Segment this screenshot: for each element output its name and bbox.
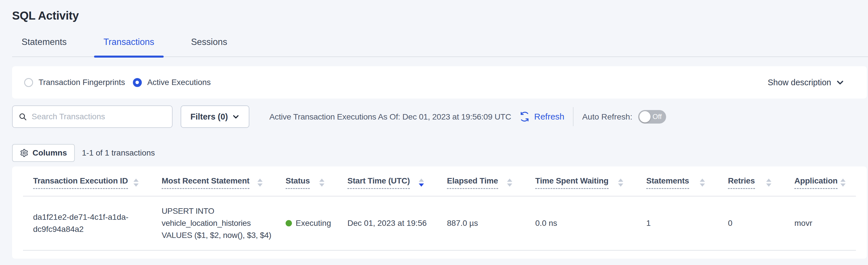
cell-application: movr [784,196,856,250]
filters-button[interactable]: Filters (0) [181,105,249,128]
auto-refresh-toggle[interactable]: Off [638,110,666,124]
sort-desc-icon [419,179,424,187]
radio-unselected-icon [24,78,33,87]
sort-icon [700,179,705,187]
cell-elapsed-time: 887.0 µs [437,196,525,250]
sort-icon [618,179,623,187]
column-header-most-recent-statement[interactable]: Most Recent Statement [152,166,276,196]
tab-bar: Statements Transactions Sessions [12,36,868,57]
sort-icon [840,179,845,187]
radio-active-executions[interactable]: Active Executions [133,78,211,87]
view-mode-card: Transaction Fingerprints Active Executio… [12,66,867,99]
result-count: 1-1 of 1 transactions [82,148,155,158]
show-description-label: Show description [768,78,831,87]
tab-transactions[interactable]: Transactions [94,36,164,56]
sort-icon [507,179,512,187]
radio-selected-icon [133,78,142,87]
gear-icon [20,149,29,157]
toolbar-divider [573,107,574,126]
tab-sessions[interactable]: Sessions [182,36,237,56]
search-input[interactable] [32,112,166,121]
column-header-statements[interactable]: Statements [636,166,718,196]
sort-icon [133,179,138,187]
table-row: da1f21e2-de71-4c1f-a1da-dc9fc94a84a2 UPS… [23,196,856,250]
radio-transaction-fingerprints[interactable]: Transaction Fingerprints [24,78,125,87]
filters-label: Filters (0) [190,112,228,122]
column-header-application[interactable]: Application [784,166,856,196]
cell-transaction-execution-id: da1f21e2-de71-4c1f-a1da-dc9fc94a84a2 [23,196,152,250]
transactions-table: Transaction Execution ID Most Recent Sta… [12,166,867,259]
status-executing-icon [286,220,292,227]
toolbar: Filters (0) Active Transaction Execution… [12,105,868,128]
columns-button[interactable]: Columns [12,144,75,162]
columns-label: Columns [32,148,67,158]
table-header-row: Transaction Execution ID Most Recent Sta… [23,166,856,196]
table-controls: Columns 1-1 of 1 transactions [12,144,868,162]
refresh-button[interactable]: Refresh [519,111,564,123]
column-header-status[interactable]: Status [276,166,337,196]
sort-icon [766,179,771,187]
sql-activity-page: SQL Activity Statements Transactions Ses… [0,9,868,265]
cell-retries: 0 [718,196,784,250]
cell-time-spent-waiting: 0.0 ns [525,196,636,250]
cell-status: Executing [276,196,337,250]
search-box [12,105,173,128]
cell-start-time: Dec 01, 2023 at 19:56 [337,196,437,250]
column-header-time-spent-waiting[interactable]: Time Spent Waiting [525,166,636,196]
cell-statements: 1 [636,196,718,250]
column-header-start-time[interactable]: Start Time (UTC) [337,166,437,196]
toggle-state-label: Off [653,113,662,121]
chevron-down-icon [836,78,844,87]
as-of-timestamp: Active Transaction Executions As Of: Dec… [270,112,512,122]
auto-refresh-label: Auto Refresh: [582,112,632,122]
chevron-down-icon [232,113,240,121]
column-header-elapsed-time[interactable]: Elapsed Time [437,166,525,196]
show-description-toggle[interactable]: Show description [768,78,844,87]
column-header-transaction-execution-id[interactable]: Transaction Execution ID [23,166,152,196]
tab-statements[interactable]: Statements [12,36,76,56]
radio-label: Active Executions [147,78,211,87]
toggle-knob-icon [639,111,651,123]
radio-label: Transaction Fingerprints [38,78,125,87]
refresh-label: Refresh [534,112,564,122]
search-icon [19,112,27,121]
view-mode-radio-group: Transaction Fingerprints Active Executio… [24,78,211,87]
sort-icon [319,179,324,187]
sort-icon [257,179,262,187]
column-header-retries[interactable]: Retries [718,166,784,196]
cell-most-recent-statement: UPSERT INTO vehicle_location_histories V… [152,196,276,250]
status-label: Executing [296,217,331,229]
page-title: SQL Activity [12,9,868,23]
refresh-icon [519,111,531,123]
